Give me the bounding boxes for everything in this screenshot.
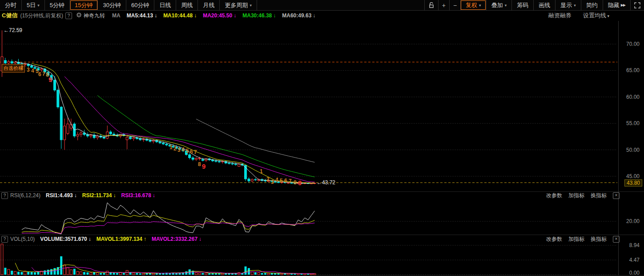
last-price-axis-tag: 43.80 (624, 179, 642, 187)
nine-turn-count-5: 5 (280, 178, 283, 183)
arrow-down-icon: ↓ (153, 192, 155, 199)
price-tick-50.00: 50.00 (626, 147, 640, 153)
rsi-tick-20.00: 20.00 (626, 218, 640, 224)
nine-turn-count-1: 1 (169, 145, 173, 150)
nine-turn-count-2: 2 (173, 146, 177, 151)
nine-turn-count-8: 8 (294, 180, 297, 185)
nine-turn-count-6: 6 (284, 178, 287, 183)
nine-turn-count-4: 4 (31, 68, 34, 73)
panel-link-换指标[interactable]: 换指标 (591, 192, 607, 199)
nine-turn-count-7: 7 (194, 150, 197, 155)
nine-turn-count-2: 2 (266, 177, 270, 182)
vol-tick-8.94: 8.94 (629, 242, 640, 248)
vol-params[interactable]: VOL(5,10) (10, 236, 35, 242)
vol-panel-header: ? VOL(5,10) VOLUME:3571.670↓MAVOL1:3997.… (0, 235, 617, 243)
last-price-marker: ←43.72 (317, 179, 335, 186)
price-tick-65.00: 65.00 (626, 67, 640, 73)
help-icon[interactable]: ? (1, 236, 8, 243)
nine-turn-count-3: 3 (27, 67, 30, 73)
vol-value-0: VOLUME:3571.670↓ (40, 236, 91, 242)
arrow-up-icon: ↑ (144, 236, 146, 242)
vol-value-2: MAVOL2:3332.267↓ (152, 236, 201, 242)
nine-turn-count-3: 3 (271, 179, 274, 185)
nine-turn-count-3: 3 (177, 147, 181, 153)
rsi-value-2: RSI3:16.678↓ (121, 192, 155, 199)
panel-link-改参数[interactable]: 改参数 (546, 235, 562, 243)
chart-canvas[interactable] (0, 0, 644, 276)
vol-value-1: MAVOL1:3997.134↑ (97, 236, 146, 242)
stock-charting-app: 分时5日▾5分钟15分钟30分钟60分钟日线周线月线更多周期▾ +−复权▾叠加▾… (0, 0, 644, 276)
rsi-value-0: RSI1:4.493↓ (46, 192, 77, 199)
nine-turn-count-6: 6 (38, 72, 41, 77)
arrow-down-icon: ↓ (74, 192, 77, 199)
arrow-down-icon: ↓ (199, 236, 201, 242)
nine-turn-count-8: 8 (198, 162, 201, 167)
panel-link-加指标[interactable]: 加指标 (568, 235, 584, 243)
nine-turn-count-5: 5 (186, 148, 189, 154)
nine-turn-count-1: 1 (260, 169, 263, 174)
nine-turn-count-9: 9 (48, 77, 52, 82)
vol-panel-links: 改参数加指标换指标× (546, 235, 620, 243)
nine-turn-count-4: 4 (275, 177, 278, 183)
panel-link-改参数[interactable]: 改参数 (546, 192, 562, 199)
nine-turn-count-7: 7 (42, 71, 45, 77)
nine-turn-count-4: 4 (181, 147, 185, 152)
price-tick-60.00: 60.00 (626, 94, 640, 100)
panel-link-换指标[interactable]: 换指标 (591, 235, 607, 243)
rsi-params[interactable]: RSI(6,12,24) (10, 192, 40, 199)
rsi-panel-header: ? RSI(6,12,24) RSI1:4.493↓RSI2:11.734↓RS… (0, 192, 617, 199)
rsi-readouts: RSI1:4.493↓RSI2:11.734↓RSI3:16.678↓ (40, 192, 155, 199)
nine-turn-count-9: 9 (298, 180, 302, 186)
rsi-value-1: RSI2:11.734↓ (82, 192, 116, 199)
nine-turn-count-9: 9 (202, 164, 205, 169)
help-icon[interactable]: ? (1, 192, 8, 199)
price-tick-70.00: 70.00 (626, 41, 640, 47)
close-icon[interactable]: × (613, 236, 620, 243)
price-tick-45.00: 45.00 (626, 173, 640, 179)
vol-tick-4.47: 4.47 (629, 257, 640, 263)
nine-turn-count-2: 2 (20, 65, 24, 70)
nine-turn-count-7: 7 (289, 179, 292, 184)
arrow-down-icon: ↓ (89, 236, 91, 242)
vol-tick-0.00: 0.00 (629, 270, 640, 276)
price-tick-55.00: 55.00 (626, 120, 640, 126)
arrow-down-icon: ↓ (113, 192, 116, 199)
nine-turn-count-6: 6 (190, 149, 193, 154)
panel-link-加指标[interactable]: 加指标 (568, 192, 584, 199)
close-icon[interactable]: × (613, 192, 620, 199)
high-price-marker: ←72.59 (4, 27, 22, 33)
vol-readouts: VOLUME:3571.670↓MAVOL1:3997.134↑MAVOL2:3… (35, 236, 201, 242)
rsi-panel-links: 改参数加指标换指标× (546, 192, 620, 199)
